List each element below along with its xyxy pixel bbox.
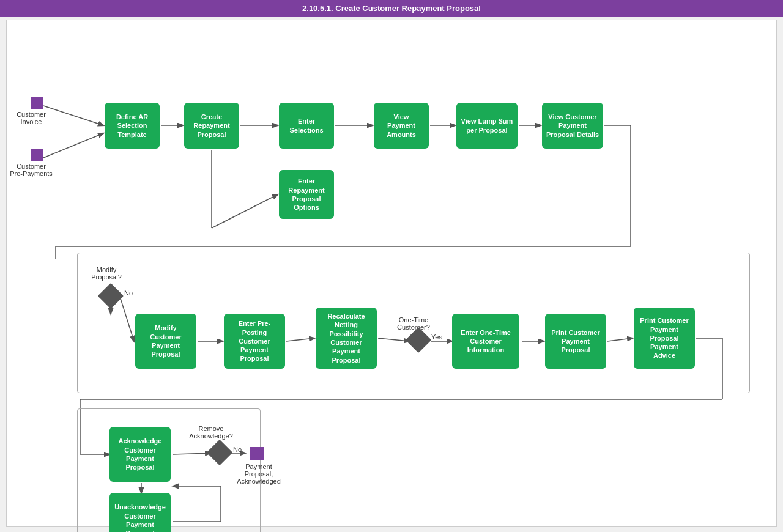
view-payment-amounts-box[interactable]: ViewPaymentAmounts xyxy=(374,103,429,149)
enter-one-time-box[interactable]: Enter One-TimeCustomerInformation xyxy=(452,314,519,369)
yes-label: Yes xyxy=(431,333,442,341)
customer-invoice-label: CustomerInvoice xyxy=(13,111,50,125)
enter-repayment-options-box[interactable]: EnterRepaymentProposalOptions xyxy=(279,170,334,219)
enter-selections-box[interactable]: EnterSelections xyxy=(279,103,334,149)
no-label-2: No xyxy=(233,446,242,453)
svg-line-0 xyxy=(43,106,103,125)
view-lump-sum-box[interactable]: View Lump Sumper Proposal xyxy=(456,103,518,149)
modify-customer-box[interactable]: ModifyCustomerPaymentProposal xyxy=(135,314,196,369)
no-label-1: No xyxy=(124,289,133,297)
print-advice-box[interactable]: Print CustomerPaymentProposalPaymentAdvi… xyxy=(634,308,695,369)
unacknowledge-customer-box[interactable]: UnacknowledgeCustomerPaymentProposal xyxy=(109,493,171,532)
page-title: 2.10.5.1. Create Customer Repayment Prop… xyxy=(302,4,481,13)
print-customer-payment-box[interactable]: Print CustomerPaymentProposal xyxy=(545,314,606,369)
define-ar-box[interactable]: Define AR Selection Template xyxy=(105,103,160,149)
customer-prepayments-label: CustomerPre-Payments xyxy=(10,163,53,177)
view-customer-payment-box[interactable]: View CustomerPaymentProposal Details xyxy=(542,103,603,149)
diagram-area: CustomerInvoice CustomerPre-Payments Def… xyxy=(6,20,777,527)
modify-proposal-label: ModifyProposal? xyxy=(85,266,128,281)
svg-line-1 xyxy=(43,133,103,158)
customer-prepayments-icon xyxy=(31,149,43,161)
acknowledge-customer-box[interactable]: AcknowledgeCustomerPaymentProposal xyxy=(109,427,171,482)
enter-pre-posting-box[interactable]: Enter Pre-Posting CustomerPaymentProposa… xyxy=(224,314,285,369)
create-repayment-box[interactable]: CreateRepaymentProposal xyxy=(184,103,239,149)
title-bar: 2.10.5.1. Create Customer Repayment Prop… xyxy=(0,0,783,17)
svg-line-5 xyxy=(212,194,278,228)
payment-proposal-ack-label: Payment Proposal,Acknowledged xyxy=(234,463,283,485)
recalculate-netting-box[interactable]: RecalculateNettingPossibilityCustomerPay… xyxy=(316,308,377,369)
remove-acknowledge-label: RemoveAcknowledge? xyxy=(187,425,236,440)
one-time-customer-label: One-TimeCustomer? xyxy=(392,316,435,331)
customer-invoice-icon xyxy=(31,97,43,109)
payment-proposal-ack-icon xyxy=(250,447,264,460)
